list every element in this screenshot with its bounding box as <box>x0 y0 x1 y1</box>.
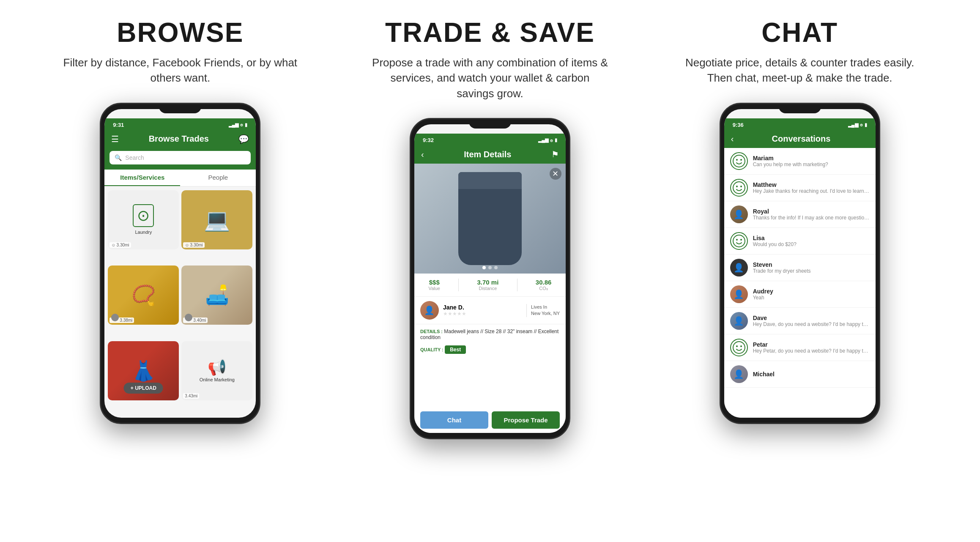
convo-lisa[interactable]: Lisa Would you do $20? <box>724 228 876 255</box>
petar-name: Petar <box>753 341 870 348</box>
michael-avatar: 👤 <box>730 365 748 383</box>
value-amount: $$$ <box>429 279 440 286</box>
upload-button[interactable]: + UPLOAD <box>124 383 163 394</box>
avatar-small-1 <box>111 314 119 321</box>
audrey-avatar: 👤 <box>730 285 748 303</box>
chat-status-bar: 9:36 ▂▄▆ ⌾ ▮ <box>724 118 876 130</box>
steven-preview: Trade for my dryer sheets <box>753 268 870 274</box>
chat-subtitle: Negotiate price, details & counter trade… <box>682 55 918 86</box>
browse-status-icons: ▂▄▆ ⌾ ▮ <box>229 122 248 128</box>
propose-trade-button[interactable]: Propose Trade <box>492 411 560 429</box>
trade-nav-title: Item Details <box>464 150 511 159</box>
chat-phone-screen: 9:36 ▂▄▆ ⌾ ▮ ‹ Conversations <box>724 109 876 418</box>
item-image: ✕ <box>414 164 566 274</box>
trade-screen-content: 9:32 ▂▄▆ ⌾ ▮ ‹ Item Details ⚑ <box>414 134 566 433</box>
grid-item-marketing[interactable]: 📢 Online Marketing 3.43mi <box>181 341 252 400</box>
trade-phone: 9:32 ▂▄▆ ⌾ ▮ ‹ Item Details ⚑ <box>410 118 570 439</box>
chat-screen-content: 9:36 ▂▄▆ ⌾ ▮ ‹ Conversations <box>724 118 876 418</box>
mariam-preview: Can you help me with marketing? <box>753 162 870 167</box>
dot-2 <box>488 266 492 269</box>
page-container: BROWSE Filter by distance, Facebook Frie… <box>0 0 980 542</box>
trade-section: TRADE & SAVE Propose a trade with any co… <box>342 17 638 439</box>
grid-item-laundry[interactable]: ⊙ Laundry ☺ 3.30mi <box>108 190 179 249</box>
svg-point-3 <box>733 182 745 194</box>
hamburger-icon[interactable]: ☰ <box>111 134 119 144</box>
quality-line: QUALITY : Best <box>420 344 560 354</box>
browse-phone-frame: 9:31 ▂▄▆ ⌾ ▮ ☰ Browse Trades 💬 <box>100 103 260 424</box>
jeans-leg-right <box>491 191 520 263</box>
convo-matthew[interactable]: Matthew Hey Jake thanks for reaching out… <box>724 175 876 201</box>
browse-nav-bar: ☰ Browse Trades 💬 <box>104 130 256 148</box>
trade-wifi-icon: ⌾ <box>550 138 553 143</box>
lisa-name: Lisa <box>753 235 870 241</box>
jeans-visual <box>458 172 522 265</box>
dave-avatar: 👤 <box>730 312 748 330</box>
seller-details: Jane D. ★★★★★ <box>443 304 522 317</box>
svg-point-2 <box>740 159 742 161</box>
convo-steven[interactable]: 👤 Steven Trade for my dryer sheets <box>724 255 876 281</box>
marketing-label: Online Marketing <box>199 376 235 383</box>
dave-name: Dave <box>753 315 870 321</box>
stat-distance-item: 3.70 mi Distance <box>477 279 498 291</box>
conversations-list: Mariam Can you help me with marketing? <box>724 148 876 418</box>
chat-back-icon[interactable]: ‹ <box>731 134 734 144</box>
convo-petar[interactable]: Petar Hey Petar, do you need a website? … <box>724 334 876 361</box>
stats-bar: $$$ Value 3.70 mi Distance <box>414 274 566 297</box>
convo-mariam[interactable]: Mariam Can you help me with marketing? <box>724 148 876 175</box>
chat-section: CHAT Negotiate price, details & counter … <box>652 17 948 424</box>
grid-item-laptop[interactable]: 💻 ☺ 3.30mi <box>181 190 252 249</box>
chat-button[interactable]: Chat <box>420 411 488 429</box>
item-details-screen: ✕ $$$ Value <box>414 164 566 433</box>
steven-name: Steven <box>753 261 870 268</box>
lives-in-label: Lives In <box>531 304 547 309</box>
dave-text: Dave Hey Dave, do you need a website? I'… <box>753 315 870 327</box>
grid-item-dress[interactable]: 👗 + UPLOAD <box>108 341 179 400</box>
svg-point-11 <box>740 345 742 347</box>
svg-point-4 <box>736 186 738 187</box>
stat-value-item: $$$ Value <box>429 279 440 291</box>
tab-people[interactable]: People <box>180 170 256 186</box>
chat-phone: 9:36 ▂▄▆ ⌾ ▮ ‹ Conversations <box>720 103 880 424</box>
browse-status-bar: 9:31 ▂▄▆ ⌾ ▮ <box>104 118 256 130</box>
browse-section: BROWSE Filter by distance, Facebook Frie… <box>32 17 328 424</box>
convo-royal[interactable]: 👤 Royal Thanks for the info! If I may as… <box>724 201 876 228</box>
lisa-preview: Would you do $20? <box>753 241 870 247</box>
royal-name: Royal <box>753 208 870 215</box>
trade-phone-screen: 9:32 ▂▄▆ ⌾ ▮ ‹ Item Details ⚑ <box>414 124 566 433</box>
chat-phone-frame: 9:36 ▂▄▆ ⌾ ▮ ‹ Conversations <box>720 103 880 424</box>
svg-point-7 <box>736 239 738 241</box>
grid-item-bracelet[interactable]: 📿 3.38mi <box>108 266 179 325</box>
grid-item-sofa[interactable]: 🛋️ 3.40mi <box>181 266 252 325</box>
chat-title: CHAT <box>761 17 838 48</box>
sofa-icon: 🛋️ <box>205 284 229 307</box>
chat-nav-title: Conversations <box>772 134 831 144</box>
value-label: Value <box>429 286 440 291</box>
chat-bubble-icon[interactable]: 💬 <box>238 134 249 144</box>
chat-status-icons: ▂▄▆ ⌾ ▮ <box>848 122 867 128</box>
close-button[interactable]: ✕ <box>550 168 561 180</box>
tab-items-services[interactable]: Items/Services <box>104 170 180 186</box>
co2-label: CO₂ <box>536 286 552 291</box>
trade-signal-icon: ▂▄▆ <box>538 137 548 143</box>
co2-amount: 30.86 <box>536 279 552 286</box>
browse-phone: 9:31 ▂▄▆ ⌾ ▮ ☰ Browse Trades 💬 <box>100 103 260 424</box>
petar-avatar <box>730 339 748 356</box>
petar-preview: Hey Petar, do you need a website? I'd be… <box>753 348 870 354</box>
jeans-waist <box>458 172 522 189</box>
trade-subtitle: Propose a trade with any combination of … <box>372 55 608 101</box>
laptop-distance: ☺ 3.30mi <box>183 242 204 248</box>
lisa-avatar <box>730 232 748 250</box>
seller-name: Jane D. <box>443 304 522 311</box>
back-icon[interactable]: ‹ <box>421 150 424 159</box>
phone-notch <box>159 104 201 113</box>
royal-avatar: 👤 <box>730 205 748 223</box>
jeans-leg-left <box>460 191 489 263</box>
convo-michael[interactable]: 👤 Michael <box>724 361 876 388</box>
convo-dave[interactable]: 👤 Dave Hey Dave, do you need a website? … <box>724 308 876 334</box>
michael-name: Michael <box>753 371 870 378</box>
convo-audrey[interactable]: 👤 Audrey Yeah <box>724 281 876 308</box>
search-input-container[interactable]: 🔍 Search <box>109 151 251 164</box>
flag-icon[interactable]: ⚑ <box>551 149 559 159</box>
avatar-small-2 <box>185 314 192 321</box>
bracelet-icon: 📿 <box>131 284 156 307</box>
